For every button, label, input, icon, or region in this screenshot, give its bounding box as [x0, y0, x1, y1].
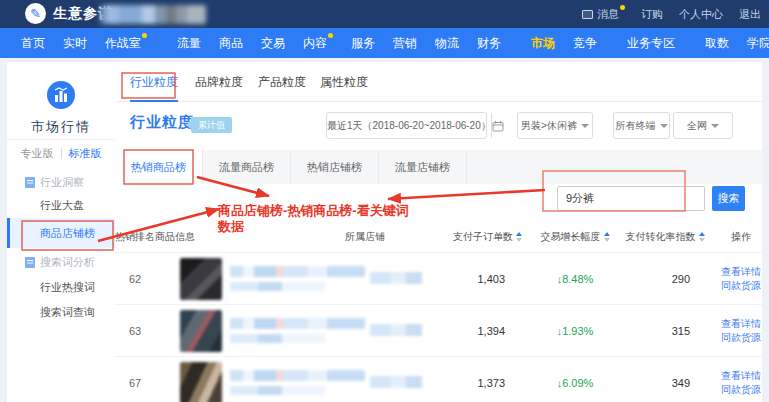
nav-item-academy[interactable]: 学院 — [738, 35, 769, 52]
document-icon — [25, 257, 35, 268]
nav-item-marketing[interactable]: 营销 — [384, 35, 426, 52]
sort-icon[interactable] — [604, 232, 610, 242]
logout-link[interactable]: 退出 — [739, 7, 761, 22]
table-row: 62 1,403 ↓8.48% 290 查看详情同款货源 — [115, 252, 762, 304]
nav-item-business-zone[interactable]: 业务专区 — [618, 35, 684, 52]
product-thumbnail — [180, 362, 222, 402]
view-detail-link[interactable]: 查看详情 — [720, 265, 762, 279]
nav-item-market[interactable]: 市场 — [522, 35, 564, 52]
tab-attribute-granularity[interactable]: 属性粒度 — [320, 62, 368, 102]
calendar-icon — [491, 113, 504, 138]
col-growth[interactable]: 交易增长幅度 — [530, 230, 620, 244]
message-icon — [582, 10, 593, 19]
tab-hot-shop-rank[interactable]: 热销店铺榜 — [291, 150, 379, 184]
divider — [61, 148, 62, 159]
nav-item-data-extract[interactable]: 取数 — [696, 35, 738, 52]
app-window: ✎ 生意参谋 消息 订购 个人中心 退出 首页 实时 作战室 流量 商品 交易 … — [0, 0, 769, 402]
orders-value: 1,373 — [445, 377, 530, 389]
index-value: 315 — [620, 325, 710, 337]
tab-brand-granularity[interactable]: 品牌粒度 — [195, 62, 243, 102]
blurred-shop-name — [370, 272, 422, 284]
view-detail-link[interactable]: 查看详情 — [720, 369, 762, 383]
search-button[interactable]: 搜索 — [712, 186, 745, 211]
nav-item-traffic[interactable]: 流量 — [168, 35, 210, 52]
notification-dot — [328, 33, 333, 38]
main-panel: 行业粒度 品牌粒度 产品粒度 属性粒度 行业粒度 累计值 最近1天（2018-0… — [115, 62, 762, 402]
col-shop: 所属店铺 — [345, 230, 445, 244]
date-range-picker[interactable]: 最近1天（2018-06-20~2018-06-20） — [326, 112, 487, 139]
notification-dot — [142, 33, 147, 38]
cumulative-badge: 累计值 — [191, 117, 232, 133]
main-nav: 首页 实时 作战室 流量 商品 交易 内容 服务 营销 物流 财务 市场 竞争 … — [0, 28, 769, 58]
col-index[interactable]: 支付转化率指数 — [620, 230, 710, 244]
tab-hot-product-rank[interactable]: 热销商品榜 — [115, 150, 203, 184]
rank-value: 63 — [115, 325, 155, 337]
nav-item-logistics[interactable]: 物流 — [426, 35, 468, 52]
col-action: 操作 — [710, 230, 762, 244]
scope-dropdown[interactable]: 全网 — [673, 112, 733, 139]
subscribe-link[interactable]: 订购 — [641, 7, 663, 22]
sidebar: 市场行情 专业版 标准版 行业洞察 行业大盘 商品店铺榜 搜索词分析 行业热搜词… — [7, 62, 115, 402]
chevron-down-icon — [711, 124, 719, 128]
rank-tab-bar: 热销商品榜 流量商品榜 热销店铺榜 流量店铺榜 — [115, 150, 762, 184]
profile-link[interactable]: 个人中心 — [679, 7, 723, 22]
tab-product-granularity[interactable]: 产品粒度 — [258, 62, 306, 102]
tab-traffic-product-rank[interactable]: 流量商品榜 — [203, 150, 291, 184]
table-row: 63 1,394 ↓1.93% 315 查看详情同款货源 — [115, 304, 762, 356]
top-bar: ✎ 生意参谋 消息 订购 个人中心 退出 — [0, 0, 769, 28]
col-info: 商品信息 — [155, 230, 345, 244]
index-value: 349 — [620, 377, 710, 389]
orders-value: 1,394 — [445, 325, 530, 337]
terminal-dropdown[interactable]: 所有终端 — [613, 112, 670, 139]
sort-icon[interactable] — [699, 232, 705, 242]
chevron-down-icon — [660, 124, 668, 128]
growth-value: ↓8.48% — [530, 273, 620, 285]
rank-value: 62 — [115, 273, 155, 285]
view-detail-link[interactable]: 查看详情 — [720, 317, 762, 331]
sidebar-item-search-word-analysis[interactable]: 搜索词分析 — [7, 249, 115, 275]
same-supply-link[interactable]: 同款货源 — [720, 331, 762, 345]
same-supply-link[interactable]: 同款货源 — [720, 279, 762, 293]
messages-link[interactable]: 消息 — [582, 7, 625, 22]
nav-item-realtime[interactable]: 实时 — [54, 35, 96, 52]
nav-item-trade[interactable]: 交易 — [252, 35, 294, 52]
nav-item-home[interactable]: 首页 — [12, 35, 54, 52]
sort-icon[interactable] — [516, 232, 522, 242]
version-tab-pro[interactable]: 专业版 — [21, 146, 54, 161]
nav-item-finance[interactable]: 财务 — [468, 35, 510, 52]
orders-value: 1,403 — [445, 273, 530, 285]
document-icon — [25, 177, 35, 188]
chevron-down-icon — [581, 124, 589, 128]
market-chart-icon — [47, 81, 75, 109]
same-supply-link[interactable]: 同款货源 — [720, 383, 762, 397]
sidebar-item-industry-hot-search[interactable]: 行业热搜词 — [7, 274, 115, 300]
sidebar-item-search-word-query[interactable]: 搜索词查询 — [7, 299, 115, 325]
sidebar-title: 市场行情 — [7, 118, 115, 136]
table-header-row: 热销排名 商品信息 所属店铺 支付子订单数 交易增长幅度 支付转化率指数 操作 — [115, 222, 762, 252]
product-thumbnail — [180, 258, 222, 300]
blurred-shop-name — [370, 376, 422, 388]
logo-icon: ✎ — [25, 3, 46, 24]
blurred-shop-name — [370, 324, 422, 336]
version-tab-standard[interactable]: 标准版 — [69, 146, 102, 161]
tab-traffic-shop-rank[interactable]: 流量店铺榜 — [379, 150, 467, 184]
blurred-account-info — [100, 5, 206, 24]
rank-value: 67 — [115, 377, 155, 389]
nav-item-service[interactable]: 服务 — [342, 35, 384, 52]
category-dropdown[interactable]: 男装>休闲裤 — [517, 112, 593, 139]
product-thumbnail — [180, 310, 222, 352]
tab-industry-granularity[interactable]: 行业粒度 — [130, 62, 178, 102]
col-orders[interactable]: 支付子订单数 — [445, 230, 530, 244]
nav-item-product[interactable]: 商品 — [210, 35, 252, 52]
nav-item-war-room[interactable]: 作战室 — [96, 35, 156, 52]
notification-dot — [620, 5, 625, 10]
col-rank: 热销排名 — [115, 230, 155, 244]
rank-table: 热销排名 商品信息 所属店铺 支付子订单数 交易增长幅度 支付转化率指数 操作 … — [115, 222, 762, 402]
keyword-search-input[interactable] — [557, 186, 705, 211]
nav-item-competition[interactable]: 竞争 — [564, 35, 606, 52]
sidebar-item-product-shop-rank[interactable]: 商品店铺榜 — [7, 218, 115, 248]
granularity-tab-bar: 行业粒度 品牌粒度 产品粒度 属性粒度 — [115, 62, 762, 102]
nav-item-content[interactable]: 内容 — [294, 35, 342, 52]
page-title: 行业粒度 — [130, 113, 194, 132]
sidebar-item-industry-overview[interactable]: 行业大盘 — [7, 192, 115, 218]
